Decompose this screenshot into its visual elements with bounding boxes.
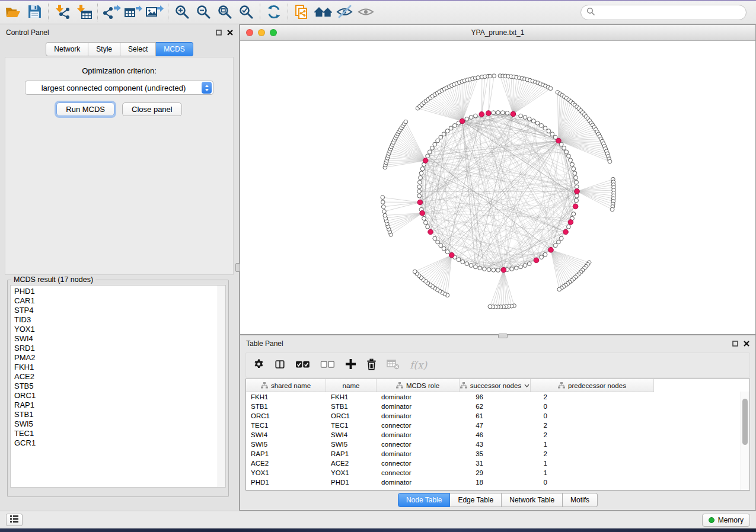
export-image-button[interactable] [143,2,165,23]
close-panel-icon[interactable] [227,30,233,36]
table-tab-network-table[interactable]: Network Table [502,493,563,507]
table-tab-motifs[interactable]: Motifs [563,493,598,507]
mcds-result-item[interactable]: ORC1 [14,391,217,400]
mcds-result-item[interactable]: STB1 [14,410,217,419]
window-close-button[interactable] [246,29,253,36]
table-row[interactable]: RAP1RAP1dominator352 [246,449,749,459]
control-panel: Control Panel NetworkStyleSelectMCDS Opt… [0,24,240,511]
table-row[interactable]: ACE2ACE2connector311 [246,459,749,468]
hide-selected-button[interactable] [334,2,355,23]
table-header-row: shared namenameMCDS rolesuccessor nodesp… [246,379,654,392]
network-window-title: YPA_prune.txt_1 [240,28,755,37]
add-column-button[interactable] [345,358,356,371]
export-table-button[interactable] [122,2,143,23]
scrollbar-thumb[interactable] [742,399,748,445]
save-floppy-icon [27,4,42,21]
zoom-out-icon [196,4,211,21]
clone-network-icon [294,4,310,21]
zoom-fit-icon [217,4,232,21]
select-all-rows-button[interactable] [295,360,310,370]
window-zoom-button[interactable] [270,29,277,36]
table-row[interactable]: STB1STB1dominator620 [246,402,749,411]
open-session-button[interactable] [2,2,24,23]
column-header-predecessor-nodes[interactable]: predecessor nodes [531,379,654,392]
mcds-result-list[interactable]: PHD1CAR1STP4TID3YOX1SWI4SRD1PMA2FKH1ACE2… [10,285,226,488]
close-panel-icon[interactable] [744,341,749,347]
column-visibility-button[interactable] [275,359,285,371]
mcds-result-item[interactable]: TEC1 [14,429,217,438]
mcds-result-item[interactable]: YOX1 [14,325,217,334]
table-row[interactable]: FKH1FKH1dominator962 [246,392,749,402]
task-history-button[interactable] [6,514,23,526]
mcds-result-item[interactable]: STP4 [14,306,217,315]
mcds-result-item[interactable]: ACE2 [14,372,217,382]
table-tab-edge-table[interactable]: Edge Table [450,493,502,507]
toolbar-separator [168,4,168,21]
deselect-all-rows-button[interactable] [320,360,335,370]
mcds-result-item[interactable]: CAR1 [14,296,217,306]
mcds-result-item[interactable]: FKH1 [14,363,217,372]
function-builder-button[interactable]: f(x) [410,359,427,371]
tab-network[interactable]: Network [46,42,88,56]
status-bar: Memory [0,511,756,528]
import-table-button[interactable] [73,2,94,23]
mcds-result-item[interactable]: PHD1 [14,287,217,296]
zoom-in-button[interactable] [171,2,193,23]
table-row[interactable]: ORC1ORC1dominator610 [246,411,749,421]
delete-table-icon [387,359,400,371]
table-scrollbar[interactable] [741,392,749,490]
table-settings-gear-button[interactable] [253,358,264,371]
houses-icon [314,4,333,21]
export-network-button[interactable] [101,2,122,23]
column-header-name[interactable]: name [326,379,377,392]
search-input[interactable] [598,8,746,17]
mcds-result-item[interactable]: STB5 [14,382,217,391]
table-row[interactable]: SWI4SWI4dominator462 [246,430,749,440]
table-tab-node-table[interactable]: Node Table [398,493,451,507]
column-header-mcds-role[interactable]: MCDS role [377,379,460,392]
float-panel-icon[interactable] [732,341,738,347]
column-header-successor-nodes[interactable]: successor nodes [460,379,531,392]
close-panel-button[interactable]: Close panel [122,102,182,116]
tab-select[interactable]: Select [120,42,156,56]
delete-column-button[interactable] [366,358,377,372]
control-panel-tabs: NetworkStyleSelectMCDS [0,42,239,56]
tab-mcds[interactable]: MCDS [156,42,193,56]
zoom-out-button[interactable] [193,2,214,23]
float-panel-icon[interactable] [216,30,222,36]
network-canvas[interactable] [240,40,755,334]
window-minimize-button[interactable] [258,29,265,36]
table-row[interactable]: PHD1PHD1dominator180 [246,477,749,487]
table-row[interactable]: TEC1TEC1connector472 [246,421,749,430]
run-mcds-button[interactable]: Run MCDS [56,102,114,116]
table-row[interactable]: SWI5SWI5connector431 [246,440,749,449]
import-network-button[interactable] [52,2,73,23]
delete-table-button[interactable] [387,359,400,371]
clone-network-button[interactable] [291,2,312,23]
memory-button[interactable]: Memory [702,514,750,527]
optimization-select[interactable]: largest connected component (undirected) [25,81,213,95]
application-window: Control Panel NetworkStyleSelectMCDS Opt… [0,0,756,532]
show-all-button[interactable] [355,2,377,23]
save-session-button[interactable] [24,2,45,23]
mcds-result-item[interactable]: RAP1 [14,400,217,410]
zoom-selected-button[interactable] [235,2,257,23]
mcds-result-item[interactable]: SRD1 [14,344,217,353]
search-icon [586,7,595,18]
plus-icon [345,358,356,371]
horizontal-splitter[interactable] [498,334,508,338]
column-header-shared-name[interactable]: shared name [246,379,326,392]
unchecked-boxes-icon [320,360,335,370]
refresh-view-button[interactable] [263,2,285,23]
first-neighbors-button[interactable] [312,2,334,23]
import-table-icon [75,4,92,21]
mcds-result-item[interactable]: SWI4 [14,334,217,344]
table-row[interactable]: YOX1YOX1connector291 [246,468,749,477]
mcds-result-item[interactable]: PMA2 [14,353,217,363]
mcds-result-item[interactable]: TID3 [14,315,217,325]
mcds-result-item[interactable]: SWI5 [14,419,217,429]
tab-style[interactable]: Style [88,42,120,56]
mcds-result-item[interactable]: GCR1 [14,438,217,448]
vertical-splitter[interactable] [235,263,240,272]
zoom-fit-button[interactable] [214,2,235,23]
